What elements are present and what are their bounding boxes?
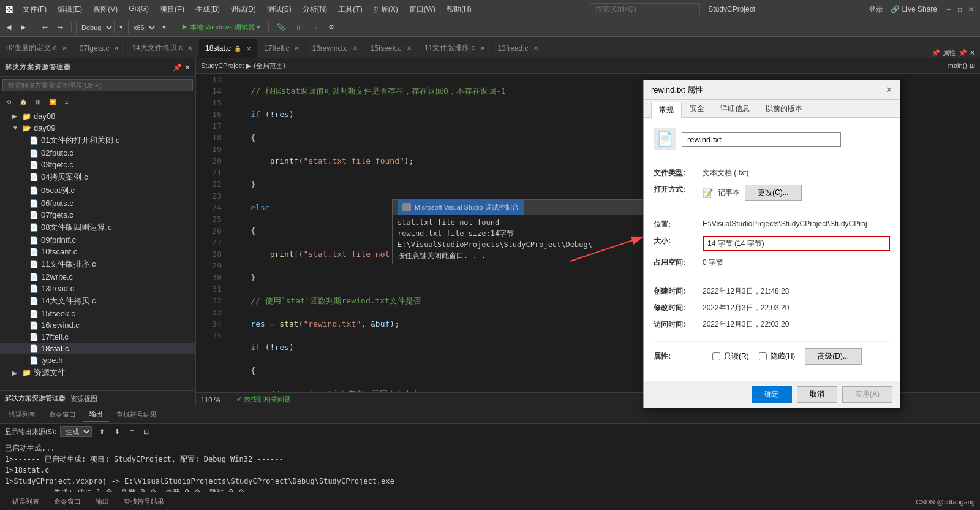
readonly-checkbox-row[interactable]: 只读(R)	[712, 351, 749, 362]
tree-item-06fputs[interactable]: 📄 06fputs.c	[0, 197, 195, 209]
close-button[interactable]: ✕	[967, 5, 975, 13]
undo-button[interactable]: ↩	[39, 22, 51, 32]
dialog-tab-general[interactable]: 常规	[651, 102, 682, 118]
tab-close-icon[interactable]: ✕	[407, 45, 412, 51]
tree-item-day08[interactable]: ▶ 📁 day08	[0, 110, 195, 122]
zoom-level[interactable]: 110 %	[201, 396, 220, 403]
menu-tools[interactable]: 工具(T)	[333, 3, 367, 16]
tab-close-icon[interactable]: ✕	[187, 45, 192, 51]
cancel-button[interactable]: 取消	[797, 386, 837, 403]
menu-debug[interactable]: 调试(D)	[226, 3, 261, 16]
output-btn-4[interactable]: ⊞	[140, 427, 153, 437]
menu-edit[interactable]: 编辑(E)	[53, 3, 87, 16]
tab-close-icon[interactable]: ✕	[353, 45, 358, 51]
tab-close-icon[interactable]: ✕	[114, 45, 119, 51]
sidebar-refresh-btn[interactable]: ⟲	[2, 97, 15, 107]
run-button[interactable]: ▶ 本地 Windows 调试器 ▾	[178, 21, 264, 33]
menu-build[interactable]: 生成(B)	[190, 3, 225, 16]
live-share-button[interactable]: 🔗 Live Share	[891, 5, 937, 13]
search-input[interactable]	[590, 3, 700, 15]
tree-item-day09[interactable]: ▼ 📂 day09	[0, 122, 195, 134]
output-source-select[interactable]: 生成	[60, 426, 92, 437]
tree-item-10fscanf[interactable]: 📄 10fscanf.c	[0, 246, 195, 257]
menu-extensions[interactable]: 扩展(X)	[369, 3, 403, 16]
tab-02变量[interactable]: 02变量的定义.c ✕	[0, 39, 74, 58]
debug-mode-select[interactable]: Debug	[76, 21, 115, 34]
ok-button[interactable]: 确定	[752, 386, 792, 403]
tree-item-17ftell[interactable]: 📄 17ftell.c	[0, 331, 195, 343]
tree-item-09fprintf[interactable]: 📄 09fprintf.c	[0, 234, 195, 246]
sidebar-expand-btn[interactable]: ⊞	[32, 97, 44, 107]
minimize-button[interactable]: ─	[944, 5, 953, 13]
tab-close-icon[interactable]: ✕	[246, 45, 251, 52]
menu-git[interactable]: Git(G)	[124, 3, 154, 16]
tree-item-07fgets[interactable]: 📄 07fgets.c	[0, 209, 195, 221]
tab-close-icon[interactable]: ✕	[480, 45, 485, 51]
settings-button[interactable]: ⚙	[325, 22, 338, 32]
tree-item-05cat[interactable]: 📄 05cat例.c	[0, 184, 195, 197]
tab-11文件版[interactable]: 11文件版排序.c ✕	[418, 39, 492, 58]
tab-07fgets[interactable]: 07fgets.c ✕	[74, 39, 126, 58]
tree-item-15fseek[interactable]: 📄 15fseek.c	[0, 308, 195, 319]
tree-item-04[interactable]: 📄 04拷贝案例.c	[0, 170, 195, 184]
pause-button[interactable]: ⏸	[292, 23, 306, 32]
maximize-button[interactable]: □	[956, 5, 964, 13]
bottom-tab-find[interactable]: 查找符号结果	[116, 496, 172, 508]
advanced-button[interactable]: 高级(D)...	[805, 348, 862, 365]
tab-16rewind[interactable]: 16rewind.c ✕	[306, 39, 364, 58]
tree-item-14[interactable]: 📄 14大文件拷贝.c	[0, 294, 195, 308]
tab-15fseek[interactable]: 15fseek.c ✕	[364, 39, 418, 58]
tab-close-icon[interactable]: ✕	[62, 45, 67, 51]
tree-item-02fputc[interactable]: 📄 02fputc.c	[0, 147, 195, 159]
bottom-tab-output[interactable]: 输出	[88, 496, 116, 508]
close-panel-icon[interactable]: ✕	[970, 49, 975, 57]
menu-test[interactable]: 测试(S)	[262, 3, 296, 16]
dialog-tab-previous[interactable]: 以前的版本	[758, 101, 810, 117]
path-expand-icon[interactable]: ⊞	[970, 62, 975, 70]
output-btn-1[interactable]: ⬆	[96, 427, 108, 437]
footer-tab-solution[interactable]: 解决方案资源管理器	[5, 394, 66, 403]
step-button[interactable]: →	[308, 23, 322, 32]
menu-analyze[interactable]: 分析(N)	[298, 3, 333, 16]
sidebar-pin-icon[interactable]: 📌	[173, 63, 182, 72]
login-button[interactable]: 登录	[869, 4, 883, 15]
tree-item-18stat[interactable]: 📄 18stat.c	[0, 343, 195, 354]
tree-item-16rewind[interactable]: 📄 16rewind.c	[0, 319, 195, 331]
sidebar-search-input[interactable]	[2, 79, 193, 91]
dialog-tab-details[interactable]: 详细信息	[712, 101, 758, 117]
tree-item-type[interactable]: 📄 type.h	[0, 354, 195, 366]
tab-close-icon[interactable]: ✕	[294, 45, 299, 51]
tree-item-11[interactable]: 📄 11文件版排序.c	[0, 257, 195, 271]
tab-13fread[interactable]: 13fread.c ✕	[492, 39, 545, 58]
tab-close-icon[interactable]: ✕	[533, 45, 538, 51]
menu-help[interactable]: 帮助(H)	[442, 3, 477, 16]
menu-view[interactable]: 视图(V)	[88, 3, 123, 16]
output-btn-2[interactable]: ⬇	[111, 427, 124, 437]
output-tab-output[interactable]: 输出	[83, 407, 109, 422]
tab-14大文件[interactable]: 14大文件拷贝.c ✕	[126, 39, 199, 58]
back-button[interactable]: ◀	[2, 22, 15, 32]
change-button[interactable]: 更改(C)...	[745, 185, 802, 201]
sidebar-filter-btn[interactable]: 🔽	[45, 97, 60, 107]
tree-item-03fgetc[interactable]: 📄 03fgetc.c	[0, 159, 195, 170]
tree-item-08[interactable]: 📄 08文件版四则运算.c	[0, 221, 195, 234]
tree-item-resources[interactable]: ▶ 📁 资源文件	[0, 366, 195, 379]
menu-window[interactable]: 窗口(W)	[404, 3, 440, 16]
menu-file[interactable]: 文件(F)	[18, 3, 51, 16]
output-tab-command[interactable]: 命令窗口	[43, 408, 82, 422]
tree-item-12write[interactable]: 📄 12write.c	[0, 271, 195, 283]
apply-button[interactable]: 应用(A)	[842, 386, 892, 403]
attach-button[interactable]: 📎	[273, 22, 289, 32]
readonly-checkbox[interactable]	[712, 352, 720, 360]
dialog-tab-security[interactable]: 安全	[682, 101, 712, 117]
bottom-tab-errors[interactable]: 错误列表	[5, 496, 47, 508]
sidebar-home-btn[interactable]: 🏠	[16, 97, 31, 107]
tree-item-01[interactable]: 📄 01文件的打开和关闭.c	[0, 134, 195, 147]
tree-item-13fread[interactable]: 📄 13fread.c	[0, 283, 195, 294]
tab-17ftell[interactable]: 17ftell.c ✕	[258, 39, 306, 58]
redo-button[interactable]: ↪	[54, 22, 67, 32]
pin-icon[interactable]: 📌	[932, 49, 940, 57]
sidebar-view-btn[interactable]: ≡	[61, 97, 72, 107]
output-btn-3[interactable]: ≡	[126, 427, 137, 437]
output-tab-errors[interactable]: 错误列表	[2, 408, 42, 422]
